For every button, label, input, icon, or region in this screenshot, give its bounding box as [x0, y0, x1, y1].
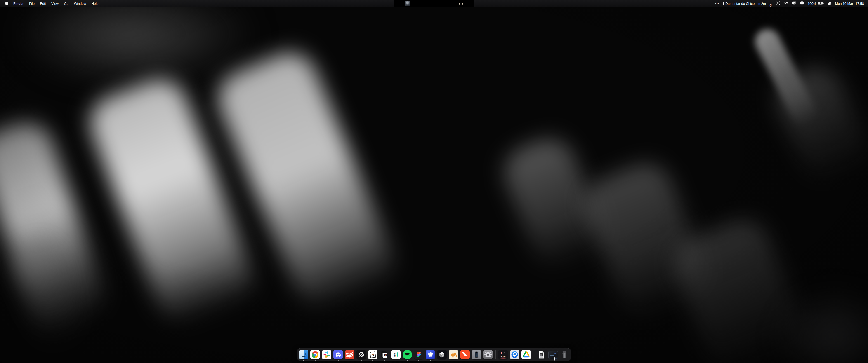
superhuman-icon: [460, 350, 470, 359]
running-indicator: [303, 360, 304, 361]
menu-finder[interactable]: Finder: [11, 0, 26, 7]
reminder-bar-icon: [723, 2, 723, 5]
menu-bar-left: Finder File Edit View Go Window Help: [0, 0, 101, 7]
reminder-item[interactable]: Dar jantar do Chico · in 2m: [723, 2, 766, 5]
dock-item-slack[interactable]: [322, 350, 331, 359]
grammarly-icon: g: [391, 350, 401, 359]
running-indicator: [338, 360, 339, 361]
system-settings-icon: [483, 350, 493, 359]
discord-icon: [333, 350, 343, 359]
display-icon: [792, 1, 796, 6]
activity-bars-icon[interactable]: [459, 2, 463, 4]
notch-zone: [395, 0, 473, 7]
dock-item-downloads-stack[interactable]: 11: [548, 350, 558, 359]
notion-icon: N: [368, 350, 377, 359]
wallpaper: [0, 0, 868, 363]
dock-item-google-drive[interactable]: [522, 350, 531, 359]
dock-separator: [534, 350, 534, 359]
document-file-icon: [537, 350, 546, 359]
dock-item-chrome[interactable]: [310, 350, 320, 359]
control-center-menu-item[interactable]: [828, 0, 831, 7]
spline-cube-icon: [437, 350, 447, 359]
date-label: Mon 10 Mar: [835, 2, 853, 5]
opal-sphere-icon: [356, 350, 366, 359]
dock: N 10 g: [297, 348, 571, 361]
trash-icon: [560, 350, 569, 359]
running-indicator: [418, 360, 419, 361]
screenshot-tool-menu-item[interactable]: [784, 0, 788, 7]
battery-percent: 100%: [808, 2, 816, 5]
apple-menu[interactable]: [2, 0, 11, 7]
menu-bar-status: ••• Dar jantar do Chico · in 2m g: [715, 0, 868, 7]
menu-bar-clock[interactable]: Mon 10 Mar 17:58: [835, 2, 864, 5]
dock-item-todoist[interactable]: [345, 350, 354, 359]
running-indicator: [372, 360, 373, 361]
stack-badge: 11: [555, 357, 558, 361]
dock-item-document-file[interactable]: [537, 350, 546, 359]
running-indicator: [315, 360, 315, 361]
running-indicator: [407, 360, 408, 361]
notion-n-glyph: N: [368, 350, 377, 359]
sun-gear-menu-item[interactable]: [776, 0, 780, 7]
wallpaper-vignette: [0, 0, 868, 363]
menu-view[interactable]: View: [49, 0, 61, 7]
raycast-icon: raycast: [498, 350, 508, 359]
dock-item-raycast[interactable]: raycast: [498, 350, 508, 359]
craft-cards-icon: [426, 350, 435, 359]
dock-item-mammoth[interactable]: [449, 350, 458, 359]
dock-separator: [495, 350, 496, 359]
menu-file[interactable]: File: [26, 0, 37, 7]
downloads-stack-icon: 11: [548, 351, 558, 360]
dock-item-spline[interactable]: [437, 350, 447, 359]
dock-item-spotify[interactable]: [403, 350, 412, 359]
grammarly-g-glyph: g: [391, 350, 401, 359]
dock-item-1password[interactable]: [510, 350, 520, 359]
cleanshot-icon: [784, 1, 788, 6]
apple-logo-icon: [5, 1, 8, 6]
finder-icon: [299, 350, 308, 359]
desktop: Finder File Edit View Go Window Help •••…: [0, 0, 868, 363]
menu-edit[interactable]: Edit: [37, 0, 49, 7]
dock-item-figma[interactable]: [414, 350, 424, 359]
display-menu-item[interactable]: [792, 0, 796, 7]
todoist-icon: [345, 350, 354, 359]
chrome-icon: [310, 350, 320, 359]
dock-item-craft[interactable]: [426, 350, 435, 359]
dock-item-notion[interactable]: N: [368, 350, 377, 359]
battery-menu-item[interactable]: 100%: [808, 2, 824, 5]
dock-item-system-settings[interactable]: [483, 350, 493, 359]
running-indicator: [384, 360, 385, 361]
figma-icon: [414, 350, 424, 359]
running-indicator: [465, 360, 465, 361]
avatar[interactable]: [405, 1, 410, 6]
menu-help[interactable]: Help: [89, 0, 101, 7]
iphone-mirroring-icon: [472, 350, 481, 359]
menu-go[interactable]: Go: [61, 0, 71, 7]
grammarly-caret: [397, 352, 398, 357]
reminder-text: Dar jantar do Chico · in 2m: [725, 2, 766, 5]
menu-window[interactable]: Window: [71, 0, 89, 7]
dock-item-trash[interactable]: [560, 350, 569, 359]
overflow-menu[interactable]: •••: [715, 0, 719, 7]
calendar-date-glyph: 10: [379, 350, 389, 359]
1password-menu-item[interactable]: [800, 0, 804, 7]
dock-item-opal[interactable]: [356, 350, 366, 359]
dock-item-superhuman[interactable]: [460, 350, 470, 359]
dock-item-notion-calendar[interactable]: 10: [379, 350, 389, 359]
dock-item-discord[interactable]: [333, 350, 343, 359]
text-caret-icon: [772, 3, 772, 6]
time-label: 17:58: [855, 2, 864, 5]
sun-gear-icon: [776, 1, 780, 6]
notion-calendar-icon: 10: [379, 350, 389, 359]
dock-item-grammarly[interactable]: g: [391, 350, 401, 359]
google-drive-icon: [522, 350, 531, 359]
grammarly-menu-item[interactable]: g: [770, 0, 772, 7]
raycast-label: raycast: [498, 355, 508, 357]
spotify-icon: [403, 350, 412, 359]
slack-icon: [322, 350, 331, 359]
dock-item-finder[interactable]: [299, 350, 308, 359]
1password-icon: [800, 1, 804, 6]
dock-item-iphone-mirroring[interactable]: [472, 350, 481, 359]
running-indicator: [361, 360, 362, 361]
control-toggles-icon: [828, 1, 831, 6]
